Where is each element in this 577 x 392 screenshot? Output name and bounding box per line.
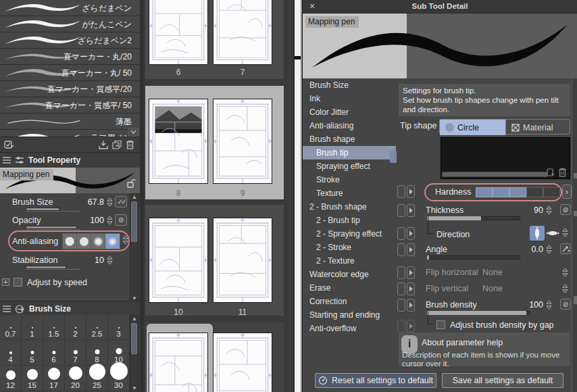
no-effect-button[interactable]: ⊘: [560, 204, 571, 215]
show-in-tool-property-toggle[interactable]: [397, 266, 405, 279]
brush-size-cell[interactable]: 0.7: [0, 315, 22, 340]
category-item[interactable]: Brush Size: [303, 78, 396, 92]
show-in-tool-property-toggle[interactable]: [397, 283, 405, 295]
row-expand-button[interactable]: [407, 227, 415, 240]
brush-size-cell[interactable]: 4: [0, 341, 22, 366]
hardness-segment-5[interactable]: [543, 187, 560, 197]
value-stepper[interactable]: [546, 300, 553, 311]
brush-list-item[interactable]: 直マーカー・丸/ 50: [0, 65, 140, 81]
brush-size-cell[interactable]: 7: [65, 341, 86, 366]
page-thumbnail[interactable]: [149, 333, 208, 392]
category-item[interactable]: 2 - Stroke: [303, 241, 396, 254]
brush-density-value[interactable]: 100: [523, 300, 543, 310]
flip-horizontal-value[interactable]: None: [482, 268, 503, 277]
row-expand-button[interactable]: [407, 266, 415, 279]
pen-dynamics-button[interactable]: [560, 243, 571, 254]
row-expand-button[interactable]: [407, 283, 415, 295]
brush-size-cell[interactable]: 5: [22, 341, 43, 366]
direction-stepper[interactable]: [562, 228, 569, 239]
brush-size-cell[interactable]: 2: [65, 315, 86, 340]
row-expand-button[interactable]: [407, 243, 415, 256]
scroll-up-icon[interactable]: ▲: [132, 316, 137, 322]
stabilization-stepper[interactable]: [107, 255, 114, 266]
page-thumbnail[interactable]: [213, 218, 272, 303]
brush-size-cell[interactable]: 15: [22, 366, 43, 391]
hardness-segment-3[interactable]: [509, 187, 526, 197]
brush-size-scrollbar[interactable]: ▲ ▼: [130, 315, 139, 392]
page-thumbnail[interactable]: [149, 0, 208, 65]
brush-size-cell[interactable]: 1.5: [43, 315, 65, 340]
category-item[interactable]: Stroke: [303, 173, 396, 187]
brush-size-cell[interactable]: 12: [0, 366, 22, 391]
dialog-titlebar[interactable]: × Sub Tool Detail: [303, 0, 577, 14]
brush-list-item[interactable]: がたんこペン: [0, 16, 140, 32]
stabilization-value[interactable]: 10: [80, 255, 104, 265]
category-item[interactable]: Anti-overflow: [303, 322, 396, 335]
brush-size-cell[interactable]: 8: [86, 341, 108, 366]
scroll-down-icon[interactable]: ▼: [132, 386, 137, 391]
category-item[interactable]: Anti-aliasing: [303, 119, 396, 132]
hardness-segment-2[interactable]: [493, 187, 509, 197]
import-brush-icon[interactable]: [99, 140, 109, 150]
category-item[interactable]: Brush shape: [303, 132, 396, 146]
category-item[interactable]: 2 - Texture: [303, 254, 396, 268]
brush-size-stepper[interactable]: [107, 197, 114, 208]
show-in-tool-property-toggle[interactable]: [397, 243, 405, 256]
scrollbar-thumb[interactable]: [131, 323, 137, 354]
direction-vertical-button[interactable]: [530, 226, 545, 241]
angle-slider[interactable]: [427, 255, 429, 260]
panel-menu-icon[interactable]: [3, 305, 11, 312]
category-item[interactable]: Correction: [303, 295, 396, 308]
opacity-value[interactable]: 100: [80, 216, 104, 225]
brush-list-item[interactable]: 薄墨: [0, 114, 140, 130]
lock-icon[interactable]: [127, 178, 136, 188]
angle-value[interactable]: 0.0: [523, 245, 543, 254]
page-thumbnail[interactable]: [149, 99, 208, 184]
category-item[interactable]: Spraying effect: [303, 160, 396, 173]
duplicate-brush-icon[interactable]: [112, 140, 122, 150]
brush-size-cell[interactable]: 30: [108, 366, 130, 391]
category-item[interactable]: Watercolor edge: [303, 268, 396, 281]
category-item[interactable]: Erase: [303, 281, 396, 295]
page-thumbnail[interactable]: [149, 218, 208, 303]
brush-density-slider[interactable]: [427, 311, 526, 315]
brush-size-cell[interactable]: 2.5: [86, 315, 108, 340]
panel-menu-icon[interactable]: [3, 157, 11, 164]
category-item[interactable]: 2 - Spraying effect: [303, 227, 396, 241]
tip-shape-option-material[interactable]: Material: [505, 120, 570, 135]
brush-size-cell[interactable]: 20: [65, 366, 86, 391]
page-spread[interactable]: 1011: [145, 205, 284, 316]
page-thumbnail[interactable]: [213, 333, 272, 392]
adjust-density-checkbox[interactable]: [436, 320, 445, 329]
brush-size-cell[interactable]: 17: [43, 366, 65, 391]
show-in-tool-property-toggle[interactable]: [397, 185, 405, 198]
reset-all-settings-button[interactable]: Reset all settings to default: [315, 373, 436, 388]
scrollbar-thumb[interactable]: [131, 201, 137, 242]
row-expand-button[interactable]: [407, 299, 415, 312]
scroll-up-icon[interactable]: ▲: [132, 195, 137, 200]
brush-list-item[interactable]: 直マーカー・質感平/ 50: [0, 97, 140, 114]
page-thumbnail[interactable]: [213, 99, 272, 184]
category-item[interactable]: 2 - Brush shape: [303, 200, 396, 214]
category-item[interactable]: Ink: [303, 92, 396, 105]
no-effect-button[interactable]: ⊘: [560, 299, 571, 310]
page-spread-selected[interactable]: 89: [145, 86, 284, 199]
category-item[interactable]: 2 - Brush tip: [303, 214, 396, 227]
brush-list-item[interactable]: 直マーカー・丸/20: [0, 49, 140, 65]
opacity-stepper[interactable]: [107, 216, 114, 226]
apply-to-all-button[interactable]: ✓✓: [115, 196, 127, 207]
value-stepper[interactable]: [546, 245, 553, 255]
category-item[interactable]: Starting and ending: [303, 308, 396, 322]
brush-list-item[interactable]: ざらだまペン: [0, 0, 140, 16]
flip-vertical-value[interactable]: None: [482, 284, 503, 293]
delete-material-icon[interactable]: [558, 168, 567, 177]
brush-size-value[interactable]: 67.8: [80, 197, 104, 207]
brush-size-cell[interactable]: 3: [108, 315, 130, 340]
row-expand-button[interactable]: [407, 204, 415, 217]
direction-horizontal-button[interactable]: [545, 226, 560, 241]
page-spread[interactable]: 67: [145, 0, 284, 79]
delete-brush-icon[interactable]: [126, 140, 136, 150]
brush-list-item[interactable]: 直マーカー・質感平/20: [0, 81, 140, 97]
page-thumbnail[interactable]: [213, 0, 272, 65]
save-all-settings-button[interactable]: Save all settings as default: [442, 373, 563, 388]
